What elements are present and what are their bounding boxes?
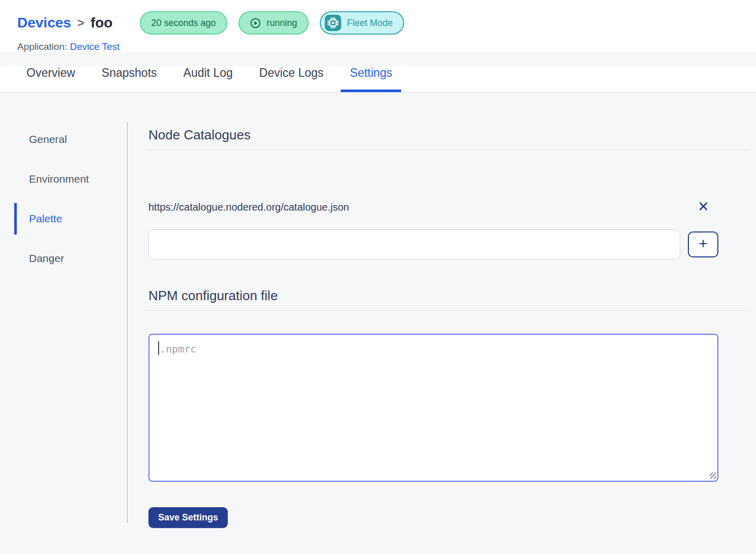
tab-device-logs[interactable]: Device Logs (250, 66, 333, 92)
palette-settings-panel: Node Catalogues https://catalogue.nodere… (128, 93, 756, 537)
last-seen-badge: 20 seconds ago (140, 11, 227, 35)
tab-overview[interactable]: Overview (17, 66, 84, 92)
catalogue-entry-row: https://catalogue.nodered.org/catalogue.… (148, 198, 718, 216)
settings-sidebar: General Environment Palette Danger (0, 93, 127, 537)
sidebar-item-label: Environment (29, 173, 89, 185)
status-badges: 20 seconds ago running (140, 11, 404, 35)
fleet-mode-label: Fleet Mode (347, 18, 393, 28)
node-catalogues-title: Node Catalogues (148, 127, 747, 150)
text-cursor (158, 341, 159, 355)
sidebar-item-label: Danger (29, 252, 64, 264)
npm-config-textarea[interactable] (148, 334, 718, 482)
sidebar-item-danger[interactable]: Danger (0, 252, 127, 265)
last-seen-badge-label: 20 seconds ago (151, 18, 216, 28)
sidebar-item-label: General (29, 133, 67, 145)
application-row: Application: Device Test (17, 41, 739, 52)
sidebar-item-palette[interactable]: Palette (0, 213, 127, 225)
npm-config-title: NPM configuration file (148, 288, 747, 311)
settings-content: General Environment Palette Danger Node … (0, 93, 756, 537)
running-status-badge: running (238, 11, 309, 35)
breadcrumb-separator: > (77, 16, 84, 30)
add-catalogue-row: + (148, 229, 718, 259)
application-label: Application: (17, 41, 67, 52)
chip-icon (324, 14, 342, 32)
tab-audit-log[interactable]: Audit Log (174, 66, 242, 92)
device-tabs: Overview Snapshots Audit Log Device Logs… (0, 66, 756, 93)
add-catalogue-button[interactable]: + (688, 231, 718, 257)
breadcrumb-device-name: foo (90, 15, 113, 31)
plus-icon: + (699, 236, 708, 251)
sidebar-item-label: Palette (29, 213, 62, 224)
running-status-label: running (267, 18, 297, 28)
active-indicator-bar (14, 203, 17, 235)
catalogue-url: https://catalogue.nodered.org/catalogue.… (148, 201, 680, 213)
breadcrumb-devices-link[interactable]: Devices (17, 15, 71, 31)
page-header: Devices > foo 20 seconds ago running (0, 0, 756, 52)
save-settings-button[interactable]: Save Settings (148, 507, 228, 528)
close-icon (697, 200, 710, 214)
fleet-mode-badge: Fleet Mode (320, 11, 404, 35)
breadcrumb: Devices > foo 20 seconds ago running (17, 11, 739, 35)
tab-snapshots[interactable]: Snapshots (93, 66, 166, 92)
sidebar-item-general[interactable]: General (0, 133, 127, 145)
tab-settings[interactable]: Settings (341, 66, 401, 92)
application-link[interactable]: Device Test (70, 41, 120, 52)
play-circle-icon (250, 17, 261, 29)
catalogue-remove-slot (688, 198, 718, 216)
remove-catalogue-button[interactable] (695, 198, 712, 216)
sidebar-item-environment[interactable]: Environment (0, 173, 127, 185)
npm-config-textarea-wrap (148, 334, 718, 482)
new-catalogue-input[interactable] (148, 229, 680, 259)
